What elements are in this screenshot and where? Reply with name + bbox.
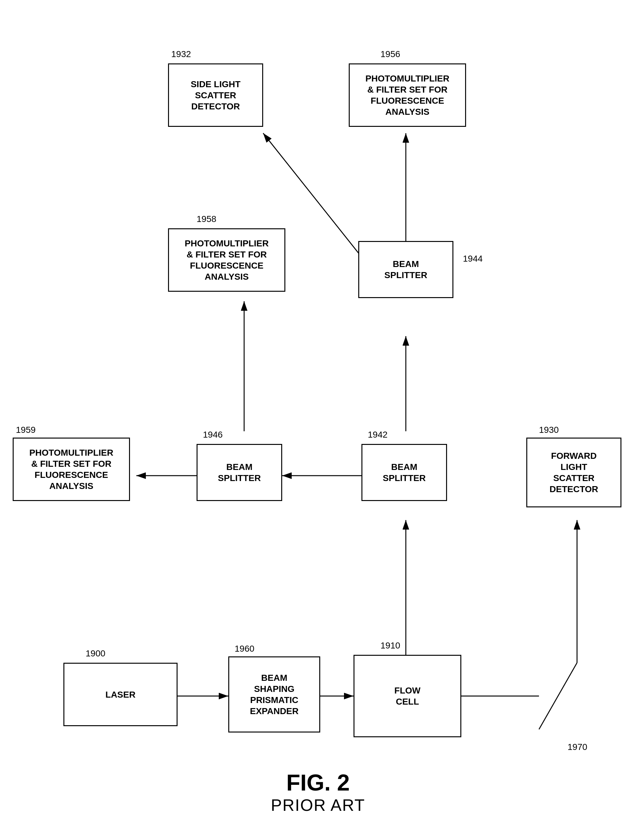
laser-ref: 1900 — [85, 649, 105, 658]
beam-splitter-mid-right-box: BEAMSPLITTER — [361, 444, 447, 501]
fig-sublabel: PRIOR ART — [0, 796, 636, 815]
photomultiplier-far-left-ref: 1959 — [16, 425, 36, 435]
diagram: SIDE LIGHT SCATTER DETECTOR 1932 PHOTOMU… — [0, 0, 636, 840]
beam-splitter-top-ref: 1944 — [463, 254, 483, 264]
laser-box: LASER — [63, 663, 178, 726]
photomultiplier-far-left-box: PHOTOMULTIPLIER& FILTER SET FORFLUORESCE… — [13, 437, 130, 501]
side-light-scatter-box: SIDE LIGHT SCATTER DETECTOR — [168, 63, 263, 127]
photomultiplier-mid-left-ref: 1958 — [197, 214, 216, 224]
photomultiplier-mid-left-label: PHOTOMULTIPLIER& FILTER SET FORFLUORESCE… — [185, 238, 269, 282]
fig-label: FIG. 2 — [0, 770, 636, 796]
beam-splitter-mid-left-label: BEAMSPLITTER — [218, 461, 260, 483]
beam-splitter-mid-left-ref: 1946 — [203, 429, 223, 440]
beam-splitter-mid-right-label: BEAMSPLITTER — [383, 461, 426, 483]
beam-splitter-top-label: BEAMSPLITTER — [384, 259, 427, 281]
beam-shaping-ref: 1960 — [235, 644, 254, 654]
beam-splitter-mid-right-ref: 1942 — [368, 429, 387, 440]
photomultiplier-mid-left-box: PHOTOMULTIPLIER& FILTER SET FORFLUORESCE… — [168, 228, 285, 292]
ref-1970: 1970 — [568, 742, 587, 752]
forward-light-scatter-label: FORWARDLIGHTSCATTERDETECTOR — [549, 450, 598, 495]
forward-light-scatter-ref: 1930 — [539, 425, 559, 435]
beam-shaping-box: BEAMSHAPINGPRISMATICEXPANDER — [228, 657, 320, 733]
flow-cell-ref: 1910 — [380, 641, 400, 651]
photomultiplier-top-right-box: PHOTOMULTIPLIER& FILTER SET FORFLUORESCE… — [349, 63, 466, 127]
laser-label: LASER — [106, 689, 136, 700]
side-light-scatter-ref: 1932 — [171, 49, 191, 59]
flow-cell-box: FLOWCELL — [354, 655, 461, 737]
beam-splitter-top-box: BEAMSPLITTER — [358, 241, 453, 298]
figure-caption: FIG. 2 PRIOR ART — [0, 770, 636, 815]
photomultiplier-top-right-ref: 1956 — [380, 49, 400, 59]
beam-splitter-mid-left-box: BEAMSPLITTER — [197, 444, 282, 501]
forward-light-scatter-box: FORWARDLIGHTSCATTERDETECTOR — [526, 437, 622, 507]
photomultiplier-top-right-label: PHOTOMULTIPLIER& FILTER SET FORFLUORESCE… — [366, 73, 450, 117]
beam-shaping-label: BEAMSHAPINGPRISMATICEXPANDER — [250, 672, 299, 717]
side-light-scatter-label: SIDE LIGHT SCATTER DETECTOR — [172, 79, 259, 112]
flow-cell-label: FLOWCELL — [395, 685, 420, 707]
svg-line-9 — [539, 663, 577, 729]
photomultiplier-far-left-label: PHOTOMULTIPLIER& FILTER SET FORFLUORESCE… — [30, 447, 114, 491]
